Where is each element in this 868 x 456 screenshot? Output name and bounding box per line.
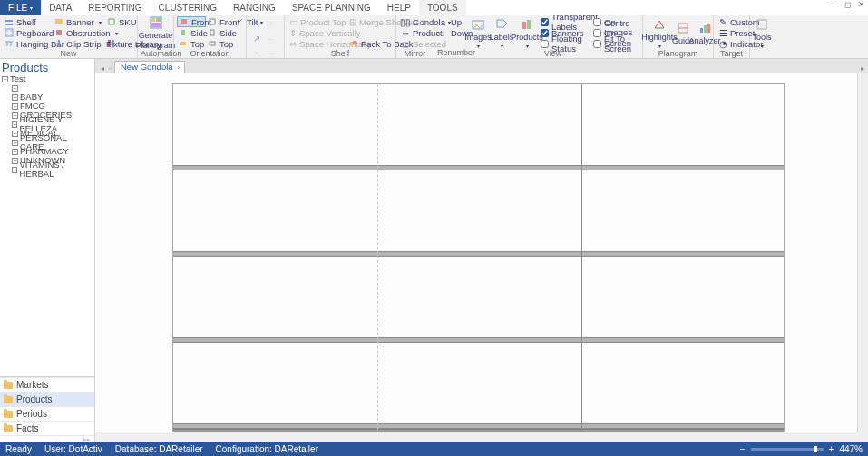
new-clipstrip-button[interactable]: Clip Strip [53, 38, 105, 49]
arrow-w-icon[interactable]: ← [266, 33, 277, 44]
center-icon[interactable]: • [251, 47, 262, 58]
workarea: Products −Test + +BABY +FMCG +GROCERIES … [0, 59, 868, 442]
orient-top-button[interactable]: Top [177, 38, 206, 49]
svg-rect-30 [522, 22, 526, 29]
generate-planogram-button[interactable]: Generate Planogram [139, 16, 173, 49]
maximize-button[interactable]: ◻ [844, 0, 851, 9]
new-pegboard-button[interactable]: Pegboard [3, 27, 53, 38]
menu-bar: FILE DATA REPORTING CLUSTERING RANGING S… [0, 0, 868, 15]
zoom-control[interactable]: − + 447% [740, 444, 863, 454]
new-obstruction-button[interactable]: Obstruction▾ [53, 27, 105, 38]
tab-close-button[interactable]: × [106, 64, 114, 73]
expand-icon[interactable]: + [12, 94, 18, 101]
menu-reporting[interactable]: REPORTING [80, 0, 150, 15]
product-tree[interactable]: −Test + +BABY +FMCG +GROCERIES +HIGIENE … [0, 74, 94, 376]
nav-products[interactable]: Products [0, 392, 94, 406]
product-top-button[interactable]: ▭Product Top [288, 16, 347, 27]
menu-clustering[interactable]: CLUSTERING [151, 0, 225, 15]
view-images-button[interactable]: Images▾ [466, 16, 490, 49]
ribbon-group-analysis: Highlights▾ Guide Analyzer Planogram Ana… [643, 15, 714, 58]
expand-icon[interactable]: + [12, 112, 18, 119]
nav-facts[interactable]: Facts [0, 421, 94, 435]
new-banner-button[interactable]: Banner▾ [53, 16, 105, 27]
document-area: ◂ × New Gondola × ▸ [95, 59, 868, 442]
orient-front-button[interactable]: Front [177, 16, 206, 27]
shelf-slot[interactable] [173, 343, 784, 423]
expand-icon[interactable]: + [12, 85, 18, 92]
horizontal-scrollbar[interactable] [95, 432, 857, 442]
chk-fit-to-screen[interactable]: Fit To Screen [593, 38, 639, 49]
menu-help[interactable]: HELP [379, 0, 419, 15]
merge-shelves-button[interactable]: ⊟Merge Shelves [347, 16, 397, 27]
menu-ranging[interactable]: RANGING [225, 0, 284, 15]
collapse-icon[interactable]: − [2, 76, 8, 82]
space-vert-button[interactable]: ⇕Space Vertically [288, 27, 347, 38]
ribbon-group-tools: Tools▾ [750, 15, 774, 58]
canvas[interactable] [95, 73, 868, 442]
svg-rect-11 [56, 30, 62, 35]
menu-tools[interactable]: TOOLS [419, 0, 466, 15]
minimize-button[interactable]: – [833, 0, 837, 9]
chk-transparent-labels[interactable]: Transparent Labels [541, 16, 593, 27]
expand-icon[interactable]: + [12, 167, 17, 173]
close-button[interactable]: ✕ [858, 0, 865, 9]
shelf-slot[interactable] [173, 84, 784, 165]
expand-icon[interactable]: + [12, 121, 17, 128]
arrow-ne-icon[interactable]: ↗ [251, 33, 262, 44]
tab-prev-button[interactable]: ◂ [98, 64, 106, 73]
space-horiz-button[interactable]: ⇔Space Horizontally [288, 38, 347, 49]
vertical-scrollbar[interactable] [857, 73, 868, 432]
orient-front2-button[interactable]: Front [206, 16, 233, 27]
svg-rect-19 [151, 23, 161, 27]
chk-floating-status[interactable]: Floating Status [541, 38, 593, 49]
tree-item[interactable]: +BABY [0, 92, 94, 102]
svg-rect-23 [210, 19, 215, 24]
tools-button[interactable]: Tools▾ [753, 16, 772, 49]
highlights-button[interactable]: Highlights▾ [646, 16, 673, 49]
gondola[interactable] [172, 83, 785, 432]
new-hangingbar-button[interactable]: Hanging Bar [3, 38, 53, 49]
expand-icon[interactable]: + [12, 131, 18, 137]
arrow-e-icon[interactable]: → [266, 47, 277, 58]
zoom-out-button[interactable]: − [740, 444, 746, 454]
view-labels-button[interactable]: Labels▾ [490, 16, 513, 49]
pack-to-back-button[interactable]: Pack To Back [347, 38, 397, 49]
menu-data[interactable]: DATA [41, 0, 80, 15]
zoom-in-button[interactable]: + [829, 444, 834, 454]
arrow-nw-icon[interactable]: ↖ [251, 18, 262, 29]
tree-root[interactable]: −Test [0, 74, 94, 83]
tree-item[interactable]: + [0, 83, 94, 92]
orient-side-button[interactable]: Side [177, 27, 206, 38]
tab-next-button[interactable]: ▸ [858, 64, 866, 73]
nav-periods[interactable]: Periods [0, 406, 94, 421]
view-products-button[interactable]: Products▾ [513, 16, 541, 49]
new-shelf-button[interactable]: Shelf [3, 16, 53, 27]
fixture-library-button[interactable]: Fixture Library [105, 38, 140, 49]
group-label: Orientation [177, 49, 243, 59]
zoom-slider[interactable] [751, 448, 824, 451]
document-tabstrip: ◂ × New Gondola × ▸ [95, 59, 868, 73]
nav-markets[interactable]: Markets [0, 377, 94, 392]
front-icon [180, 17, 189, 26]
expand-icon[interactable]: + [12, 140, 18, 146]
svg-rect-17 [151, 18, 155, 22]
expand-icon[interactable]: + [12, 149, 18, 155]
arrow-n-icon[interactable]: ↑ [266, 18, 277, 29]
shelf-slot[interactable] [173, 170, 784, 251]
svg-rect-1 [5, 24, 13, 25]
menu-space-planning[interactable]: SPACE PLANNING [284, 0, 379, 15]
group-label: New [3, 49, 134, 59]
preset-icon: ☰ [718, 28, 727, 37]
shelf-slot[interactable] [173, 257, 784, 337]
panel-nav: Markets Products Periods Facts ▸▸ [0, 376, 94, 442]
document-tab[interactable]: New Gondola × [114, 61, 185, 73]
menu-file[interactable]: FILE [0, 0, 41, 15]
guide-icon [676, 21, 690, 35]
expand-icon[interactable]: + [12, 158, 18, 164]
panel-gripper[interactable]: ▸▸ [0, 435, 94, 442]
new-sku-button[interactable]: SKU [105, 16, 140, 27]
orient-side2-button[interactable]: Side [206, 27, 233, 38]
expand-icon[interactable]: + [12, 103, 18, 110]
tree-item[interactable]: +VITAMINS / HERBAL [0, 165, 94, 174]
orient-top2-button[interactable]: Top [206, 38, 233, 49]
